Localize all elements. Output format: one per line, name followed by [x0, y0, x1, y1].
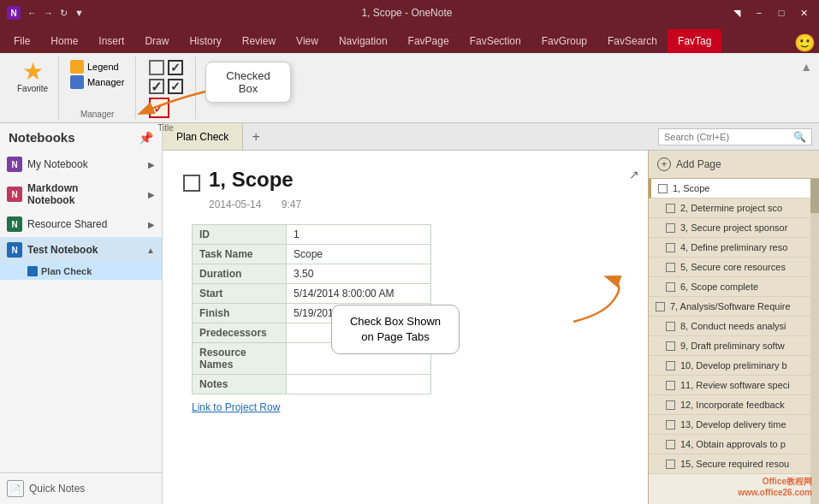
legend-item[interactable]: Legend	[70, 60, 124, 74]
test-notebook-icon: N	[7, 242, 22, 258]
scroll-thumb[interactable]	[810, 179, 819, 213]
table-cell-value: 1	[287, 225, 431, 245]
search-input[interactable]	[664, 132, 793, 142]
table-cell-label: Task Name	[193, 245, 287, 264]
page-date: 2014-05-14 9:47	[209, 199, 627, 210]
resource-notebook-expand: ▶	[148, 220, 155, 229]
watermark-line2: www.office26.com	[738, 488, 812, 497]
tab-home[interactable]: Home	[40, 29, 88, 53]
checkbox-row-1: ✓	[149, 60, 183, 75]
page-list-item-2[interactable]: 2, Determine project sco	[649, 199, 819, 218]
page-item-checkbox-6	[666, 282, 675, 292]
add-page-label: Add Page	[676, 158, 721, 170]
quick-access-more[interactable]: ▼	[73, 6, 86, 20]
expand-icon[interactable]: ↗	[629, 168, 639, 181]
resource-notebook-icon: N	[7, 216, 22, 232]
favorite-label: Favorite	[17, 84, 48, 93]
quick-notes-item[interactable]: 📄 Quick Notes	[0, 472, 162, 504]
page-list-item-9[interactable]: 9, Draft preliminary softw	[649, 336, 819, 356]
table-cell-label: Start	[193, 284, 287, 304]
page-item-label-3: 3, Secure project sponsor	[680, 222, 787, 233]
page-list-item-10[interactable]: 10, Develop preliminary b	[649, 356, 819, 376]
my-notebook-icon: N	[7, 157, 22, 172]
tab-favgroup[interactable]: FavGroup	[531, 29, 597, 53]
tab-file[interactable]: File	[3, 29, 40, 53]
manager-icon	[70, 75, 84, 89]
add-tab-button[interactable]: +	[243, 123, 268, 150]
page-list-item-8[interactable]: 8, Conduct needs analysi	[649, 317, 819, 336]
checkbox-buttons: ✓ ✓ ✓ ✓	[145, 56, 187, 122]
page-title-checkbox[interactable]	[183, 175, 200, 192]
plan-check-label: Plan Check	[41, 266, 92, 276]
page-item-label-8: 8, Conduct needs analysi	[680, 321, 786, 331]
page-list-item-11[interactable]: 11, Review software speci	[649, 376, 819, 395]
tab-favsearch[interactable]: FavSearch	[597, 29, 668, 53]
add-page-button[interactable]: + Add Page	[649, 151, 819, 179]
notebook-item-my[interactable]: N My Notebook ▶	[0, 151, 162, 177]
page-list-item-4[interactable]: 4, Define preliminary reso	[649, 238, 819, 258]
notebook-item-resource[interactable]: N Resource Shared ▶	[0, 211, 162, 237]
search-box[interactable]: 🔍	[658, 128, 812, 145]
page-item-label-14: 14, Obtain approvals to p	[680, 439, 786, 449]
maximize-button[interactable]: □	[773, 6, 790, 20]
page-list-item-3[interactable]: 3, Secure project sponsor	[649, 218, 819, 238]
sidebar-item-plan-check[interactable]: Plan Check	[0, 263, 162, 280]
tab-review[interactable]: Review	[232, 29, 286, 53]
check-mark-item[interactable]: ✓	[149, 79, 164, 94]
page-list-item-5[interactable]: 5, Secure core resources	[649, 258, 819, 277]
quick-access: ← → ↻ ▼	[26, 6, 86, 21]
table-row: Task Name Scope	[193, 245, 431, 264]
tab-favtag[interactable]: FavTag	[668, 29, 721, 53]
tab-favsection[interactable]: FavSection	[460, 29, 531, 53]
page-list-item-15[interactable]: 15, Secure required resou	[649, 454, 819, 474]
forward-button[interactable]: →	[42, 6, 55, 20]
smiley-icon[interactable]: 🙂	[794, 33, 816, 53]
notebook-tabs: Plan Check + 🔍	[163, 123, 819, 151]
markdown-notebook-label: MarkdownNotebook	[27, 182, 143, 206]
page-tab-plan-check[interactable]: Plan Check	[163, 123, 243, 150]
page-list-item-13[interactable]: 13, Develop delivery time	[649, 415, 819, 435]
table-cell-value	[287, 375, 431, 394]
manager-item[interactable]: Manager	[70, 75, 124, 89]
page-title: 1, Scope	[209, 168, 294, 192]
table-cell-label: Predecessors	[193, 323, 287, 343]
tab-draw[interactable]: Draw	[134, 29, 179, 53]
page-list-item-6[interactable]: 6, Scope complete	[649, 277, 819, 297]
checked-box-1[interactable]: ✓	[168, 60, 183, 75]
checked-box-2[interactable]: ✓	[168, 79, 183, 94]
link-to-project-row[interactable]: Link to Project Row	[192, 401, 280, 413]
tab-search-area: 🔍	[269, 123, 819, 150]
page-list-item-12[interactable]: 12, Incorporate feedback	[649, 395, 819, 415]
ribbon-up-arrow[interactable]: ▲	[800, 60, 812, 74]
pin-button[interactable]: 📌	[139, 131, 153, 145]
windows-button[interactable]: ◥	[728, 6, 745, 20]
tab-insert[interactable]: Insert	[88, 29, 134, 53]
page-title-area: 1, Scope	[183, 168, 627, 192]
tab-navigation[interactable]: Navigation	[329, 29, 398, 53]
page-list-item-14[interactable]: 14, Obtain approvals to p	[649, 435, 819, 454]
back-button[interactable]: ←	[26, 6, 39, 20]
page-item-checkbox-2	[666, 204, 675, 213]
close-button[interactable]: ✕	[795, 6, 812, 20]
notebook-item-test[interactable]: N Test Notebook ▲	[0, 237, 162, 263]
undo-button[interactable]: ↻	[58, 6, 69, 21]
legend-label: Legend	[87, 62, 119, 72]
page-item-checkbox-1	[658, 184, 668, 193]
unchecked-box-1[interactable]	[149, 60, 164, 75]
page-item-label-2: 2, Determine project sco	[680, 203, 782, 213]
page-list-item-1[interactable]: 1, Scope	[649, 179, 819, 199]
plan-check-icon	[27, 266, 38, 276]
tab-favpage[interactable]: FavPage	[398, 29, 460, 53]
checkbox-row-2: ✓ ✓	[149, 79, 183, 94]
notebook-item-markdown[interactable]: N MarkdownNotebook ▶	[0, 177, 162, 211]
page-item-checkbox-15	[666, 460, 675, 469]
page-item-label-4: 4, Define preliminary reso	[680, 242, 787, 252]
table-cell-label: Notes	[193, 375, 287, 394]
tab-history[interactable]: History	[179, 29, 231, 53]
tab-view[interactable]: View	[286, 29, 329, 53]
page-item-checkbox-5	[666, 263, 675, 272]
page-list-item-7[interactable]: 7, Analysis/Software Require	[649, 297, 819, 317]
highlighted-checkbox[interactable]: ✓	[149, 98, 169, 118]
minimize-button[interactable]: −	[751, 6, 768, 20]
favorite-button[interactable]: ★ Favorite	[14, 56, 51, 97]
